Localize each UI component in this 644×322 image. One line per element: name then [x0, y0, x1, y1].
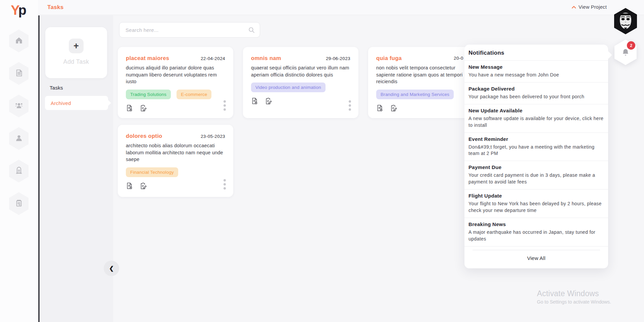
notification-title: New Message: [468, 64, 604, 70]
task-title[interactable]: dolores optio: [126, 133, 162, 139]
notification-item[interactable]: New Message You have a new message from …: [464, 61, 608, 83]
card-menu-button[interactable]: [349, 100, 351, 111]
bell-icon: [621, 48, 630, 57]
user-avatar[interactable]: [614, 8, 637, 34]
collapse-sidebar-button[interactable]: ❮: [104, 261, 119, 276]
task-card[interactable]: placeat maiores 22-04-2024 ducimus aliqu…: [118, 47, 233, 118]
task-title[interactable]: omnis nam: [251, 55, 281, 61]
task-description: architecto nobis alias dolorum occaecati…: [126, 142, 225, 163]
notification-title: New Update Available: [468, 108, 604, 113]
task-tag: Financial Technology: [126, 167, 178, 177]
file-check-icon[interactable]: [251, 97, 258, 105]
contact-book-icon: [14, 166, 23, 176]
task-description: non nobis velit tempora consectetur sapi…: [376, 64, 476, 85]
clipboard-edit-icon[interactable]: [140, 182, 147, 190]
watermark-line1: Activate Windows: [537, 289, 611, 298]
watermark-line2: Go to Settings to activate Windows.: [537, 299, 611, 305]
notification-description: Don&#39;t forget, you have a meeting wit…: [468, 144, 604, 157]
task-tag: Video production and animation: [251, 83, 326, 92]
task-title[interactable]: quia fuga: [376, 55, 402, 61]
sidebar-item-documents[interactable]: [9, 62, 29, 85]
notification-title: Breaking News: [468, 221, 604, 227]
page-title: Tasks: [47, 4, 63, 11]
task-card[interactable]: omnis nam 29-06-2023 quaerat sequi offic…: [243, 47, 358, 118]
app-logo: Yp: [11, 3, 26, 18]
chevron-left-icon: ❮: [109, 265, 114, 272]
card-header: dolores optio 23-05-2023: [126, 133, 225, 139]
card-header: quia fuga 20-0: [376, 55, 476, 61]
task-card[interactable]: dolores optio 23-05-2023 architecto nobi…: [118, 125, 233, 197]
notification-item[interactable]: Flight Update Your flight to New York ha…: [464, 190, 608, 218]
notification-item[interactable]: Payment Due Your credit card payment is …: [464, 161, 608, 190]
notification-description: You have a new message from John Doe: [468, 72, 604, 78]
notification-item[interactable]: Package Delivered Your package has been …: [464, 83, 608, 104]
notepad-icon: [14, 199, 23, 209]
card-menu-button[interactable]: [224, 100, 226, 111]
card-actions: [251, 97, 350, 105]
card-actions: [376, 104, 476, 112]
sidebar-item-contacts[interactable]: [9, 160, 29, 182]
add-task-button[interactable]: + Add Task: [45, 27, 107, 78]
card-header: placeat maiores 22-04-2024: [126, 55, 225, 61]
add-task-label: Add Task: [63, 58, 89, 65]
clipboard-edit-icon[interactable]: [390, 104, 397, 112]
notification-title: Event Reminder: [468, 136, 604, 142]
search-bar: [119, 22, 260, 38]
notification-description: A new software update is available for y…: [468, 115, 604, 129]
notification-title: Payment Due: [468, 164, 604, 170]
task-title[interactable]: placeat maiores: [126, 55, 169, 61]
tasks-section-label: Tasks: [50, 85, 63, 91]
view-project-label: View Project: [579, 4, 607, 10]
clipboard-edit-icon[interactable]: [265, 97, 272, 105]
sidebar-item-profile[interactable]: [9, 127, 29, 150]
logo-letter-p: p: [18, 3, 26, 17]
notifications-bell-button[interactable]: 2: [614, 40, 637, 66]
sidebar-item-archived[interactable]: Archived: [45, 96, 108, 110]
search-input[interactable]: [119, 22, 260, 37]
sidebar-item-notes[interactable]: [9, 192, 29, 215]
anonymous-mask-image: [614, 8, 637, 34]
task-tag: E-commerce: [177, 90, 212, 99]
tasks-subsidebar: + Add Task Tasks Archived ❮: [40, 15, 113, 322]
notification-item[interactable]: Breaking News A major earthquake has occ…: [464, 218, 608, 247]
users-icon: [14, 101, 23, 111]
view-all-button[interactable]: View All: [464, 250, 608, 266]
icon-sidebar: Yp: [0, 0, 38, 322]
tag-row: Video production and animation: [251, 83, 350, 92]
document-icon: [14, 68, 23, 79]
tag-row: Financial Technology: [126, 167, 225, 177]
notifications-panel: Notifications New Message You have a new…: [464, 45, 608, 268]
task-description: quaerat sequi officiis pariatur vero ill…: [251, 64, 350, 78]
search-icon[interactable]: [248, 26, 255, 34]
card-menu-button[interactable]: [224, 179, 226, 190]
task-date: 29-06-2023: [326, 56, 350, 61]
task-description: ducimus aliquid illo pariatur dolore qua…: [126, 64, 225, 85]
activate-windows-watermark: Activate Windows Go to Settings to activ…: [537, 289, 611, 305]
avatar-hexagon: [614, 8, 637, 34]
notification-title: Package Delivered: [468, 86, 604, 92]
task-date: 23-05-2023: [201, 134, 225, 139]
sidebar-nav: [9, 30, 29, 225]
notification-item[interactable]: New Update Available A new software upda…: [464, 104, 608, 133]
sidebar-item-home[interactable]: [9, 30, 29, 52]
card-actions: [126, 182, 225, 190]
logo-letter-y: Y: [11, 3, 18, 17]
clipboard-edit-icon[interactable]: [140, 104, 147, 112]
file-check-icon[interactable]: [376, 104, 384, 112]
view-project-button[interactable]: View Project: [572, 4, 607, 10]
file-check-icon[interactable]: [126, 104, 133, 112]
top-header: Tasks View Project: [38, 0, 644, 15]
task-tag: Trading Solutions: [126, 90, 171, 99]
home-icon: [14, 36, 23, 46]
sidebar-item-teams[interactable]: [9, 95, 29, 117]
notification-item[interactable]: Event Reminder Don&#39;t forget, you hav…: [464, 133, 608, 161]
task-tag: Branding and Marketing Services: [376, 90, 454, 99]
archived-label: Archived: [51, 100, 71, 106]
chevron-up-icon: [572, 6, 576, 9]
notification-description: Your flight to New York has been delayed…: [468, 201, 604, 214]
notification-title: Flight Update: [468, 193, 604, 199]
notification-badge: 2: [627, 41, 635, 50]
tag-row: Trading Solutions E-commerce: [126, 90, 225, 99]
file-check-icon[interactable]: [126, 182, 133, 190]
notifications-title: Notifications: [464, 45, 608, 61]
